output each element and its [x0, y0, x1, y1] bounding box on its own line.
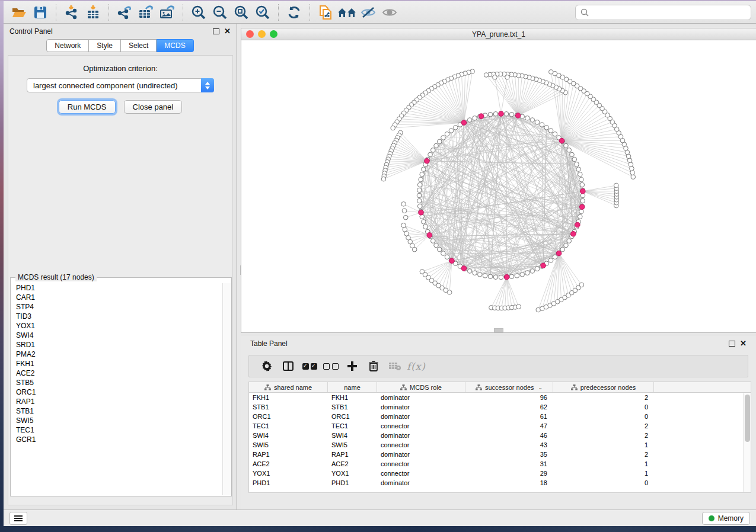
table-cell: 96	[465, 394, 553, 401]
table-row[interactable]: YOX1YOX1connector291	[249, 469, 751, 478]
save-session-icon[interactable]	[30, 4, 51, 21]
column-header-filler	[654, 382, 751, 392]
network-splitter-grip[interactable]	[494, 328, 503, 332]
export-network-icon[interactable]	[114, 4, 135, 21]
column-header-shared-name[interactable]: shared name	[249, 382, 328, 392]
mcds-result-item[interactable]: PMA2	[11, 350, 222, 359]
table-cell: 2	[553, 451, 654, 458]
show-columns-icon[interactable]	[277, 358, 299, 374]
unselect-all-columns-icon[interactable]	[320, 358, 342, 374]
table-cell: connector	[377, 470, 465, 477]
close-panel-icon[interactable]: ✕	[740, 341, 747, 347]
task-history-button[interactable]	[9, 512, 27, 525]
zoom-out-icon[interactable]	[209, 4, 231, 21]
search-box[interactable]	[575, 5, 751, 20]
search-input[interactable]	[592, 8, 746, 17]
export-image-icon[interactable]	[157, 4, 178, 21]
mcds-result-item[interactable]: FKH1	[11, 359, 222, 368]
close-panel-button[interactable]: Close panel	[124, 100, 183, 114]
table-row[interactable]: ORC1ORC1dominator610	[249, 412, 751, 421]
import-table-icon[interactable]	[82, 4, 104, 21]
float-panel-icon[interactable]	[213, 28, 219, 34]
table-cell: RAP1	[328, 451, 377, 458]
delete-table-icon	[384, 358, 406, 374]
mcds-result-item[interactable]: SWI4	[11, 331, 222, 340]
column-header-predecessor-nodes[interactable]: predecessor nodes	[553, 382, 654, 392]
task-list-icon	[14, 515, 23, 521]
mcds-result-item[interactable]: SWI5	[11, 416, 222, 425]
select-all-columns-icon[interactable]	[299, 358, 320, 374]
mcds-result-item[interactable]: SRD1	[11, 340, 222, 350]
column-header-MCDS-role[interactable]: MCDS role	[377, 382, 465, 392]
mcds-result-item[interactable]: PHD1	[11, 283, 222, 293]
table-row[interactable]: FKH1FKH1dominator962	[249, 393, 751, 402]
mcds-result-item[interactable]: YOX1	[11, 321, 222, 331]
mcds-list-scrollbar[interactable]	[222, 283, 231, 495]
column-header-name[interactable]: name	[328, 382, 377, 392]
table-cell: ACE2	[249, 460, 328, 467]
toolbar-separator	[183, 4, 183, 21]
close-panel-icon[interactable]: ✕	[224, 28, 231, 34]
mcds-result-item[interactable]: STP4	[11, 302, 222, 312]
table-cell: 0	[553, 403, 654, 411]
zoom-selected-icon[interactable]	[252, 4, 273, 21]
table-row[interactable]: SWI5SWI5connector431	[249, 440, 751, 450]
table-cell: SWI4	[328, 432, 377, 439]
mcds-result-item[interactable]: GCR1	[11, 435, 222, 444]
memory-button[interactable]: Memory	[702, 512, 750, 525]
control-panel-titlebar: Control Panel ✕	[4, 24, 237, 39]
mcds-result-item[interactable]: CAR1	[11, 293, 222, 302]
node-table-header: shared namenameMCDS rolesuccessor nodes⌄…	[249, 382, 751, 393]
search-icon	[580, 8, 589, 17]
table-cell: 0	[553, 413, 654, 420]
open-file-icon[interactable]	[8, 4, 30, 21]
network-canvas[interactable]	[241, 40, 756, 332]
tab-select[interactable]: Select	[121, 39, 157, 52]
control-panel-title: Control Panel	[9, 27, 53, 36]
criterion-dropdown[interactable]: largest connected component (undirected)	[27, 78, 214, 92]
copy-network-icon[interactable]	[315, 4, 336, 21]
hide-selected-icon[interactable]	[358, 4, 379, 21]
table-cell: FKH1	[249, 394, 328, 401]
node-table[interactable]: shared namenameMCDS rolesuccessor nodes⌄…	[248, 382, 751, 493]
mcds-result-item[interactable]: ACE2	[11, 368, 222, 378]
table-row[interactable]: TEC1TEC1connector472	[249, 421, 751, 431]
table-scrollbar-thumb[interactable]	[745, 395, 750, 442]
table-scrollbar[interactable]	[743, 393, 751, 492]
mcds-result-item[interactable]: STB1	[11, 406, 222, 416]
network-window-titlebar[interactable]: YPA_prune.txt_1	[241, 28, 756, 40]
table-row[interactable]: PHD1PHD1dominator180	[249, 478, 751, 488]
mcds-result-item[interactable]: TEC1	[11, 425, 222, 435]
tab-style[interactable]: Style	[89, 39, 121, 52]
table-cell: PHD1	[249, 479, 328, 486]
mcds-result-list[interactable]: PHD1CAR1STP4TID3YOX1SWI4SRD1PMA2FKH1ACE2…	[11, 283, 222, 495]
delete-columns-icon[interactable]	[363, 358, 384, 374]
import-network-icon[interactable]	[61, 4, 82, 21]
refresh-icon[interactable]	[283, 4, 305, 21]
network-graph[interactable]	[241, 40, 756, 332]
table-row[interactable]: SWI4SWI4dominator462	[249, 431, 751, 440]
run-mcds-button[interactable]: Run MCDS	[59, 100, 116, 114]
table-row[interactable]: RAP1RAP1dominator352	[249, 450, 751, 459]
toolbar-separator	[109, 4, 109, 21]
table-row[interactable]: ACE2ACE2connector311	[249, 459, 751, 469]
mcds-result-item[interactable]: RAP1	[11, 397, 222, 406]
tab-network[interactable]: Network	[46, 39, 89, 52]
table-row[interactable]: STB1STB1dominator620	[249, 402, 751, 412]
zoom-in-icon[interactable]	[188, 4, 209, 21]
zoom-fit-icon[interactable]	[231, 4, 252, 21]
show-all-icon[interactable]	[379, 4, 400, 21]
table-cell: 43	[465, 441, 553, 448]
add-column-icon[interactable]	[342, 358, 363, 374]
table-cell: dominator	[377, 451, 465, 458]
main-toolbar	[4, 1, 756, 24]
first-neighbors-icon[interactable]	[336, 4, 358, 21]
mcds-result-item[interactable]: ORC1	[11, 387, 222, 397]
table-options-gear-icon[interactable]	[256, 358, 277, 374]
mcds-result-item[interactable]: STB5	[11, 378, 222, 387]
float-panel-icon[interactable]	[729, 341, 735, 347]
tab-mcds[interactable]: MCDS	[157, 39, 193, 52]
export-table-icon[interactable]	[135, 4, 157, 21]
column-header-successor-nodes[interactable]: successor nodes⌄	[465, 382, 553, 392]
mcds-result-item[interactable]: TID3	[11, 312, 222, 321]
